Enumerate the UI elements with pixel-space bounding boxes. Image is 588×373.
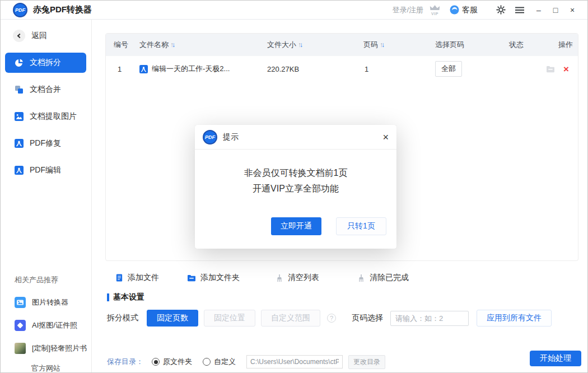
titlebar: PDF 赤兔PDF转换器 登录/注册 VIP 客服 <box>1 1 587 20</box>
vip-label: VIP <box>431 12 438 16</box>
section-marker <box>107 293 109 301</box>
add-file-button[interactable]: 添加文件 <box>115 273 159 283</box>
save-directory-label: 保存目录： <box>107 357 143 367</box>
radio-custom-folder[interactable]: 自定义 <box>203 357 236 367</box>
vip-prompt-dialog: PDF 提示 × 非会员仅可转换文档前1页 开通VIP立享全部功能 立即开通 只… <box>195 125 396 249</box>
sidebar-item-pdf-edit[interactable]: PDF编辑 <box>5 160 86 180</box>
sort-icon[interactable]: ↑↓ <box>380 41 385 48</box>
save-path-input[interactable] <box>246 355 343 369</box>
radio-unchecked-icon <box>203 358 211 366</box>
dialog-message-line2: 开通VIP立享全部功能 <box>195 181 396 197</box>
column-header-actions: 操作 <box>558 40 578 50</box>
clear-list-label: 清空列表 <box>288 273 319 283</box>
start-processing-button[interactable]: 开始处理 <box>530 351 581 366</box>
vip-button[interactable]: VIP <box>429 4 441 16</box>
filename-text: 编辑一天的工作-天极2... <box>152 64 230 74</box>
pdf-file-icon <box>139 65 148 73</box>
column-header-filename[interactable]: 文件名称 ↑↓ <box>139 40 267 50</box>
clear-list-button[interactable]: 清空列表 <box>276 273 319 283</box>
row-pages: 1 <box>363 65 435 73</box>
page-number-input[interactable] <box>390 311 469 326</box>
radio-original-label: 原文件夹 <box>163 357 192 367</box>
page-select-label: 页码选择 <box>352 313 383 323</box>
basic-settings-label: 基本设置 <box>113 292 144 302</box>
apply-to-all-button[interactable]: 应用到所有文件 <box>477 310 552 327</box>
column-header-pages[interactable]: 页码 ↑↓ <box>363 40 435 50</box>
ai-matting-icon <box>15 320 26 331</box>
add-folder-label: 添加文件夹 <box>200 273 240 283</box>
close-window-button[interactable]: × <box>564 2 581 18</box>
row-index: 1 <box>114 65 139 73</box>
add-file-label: 添加文件 <box>128 273 159 283</box>
dialog-header: PDF 提示 × <box>195 125 396 150</box>
help-icon[interactable]: ? <box>327 314 336 323</box>
sidebar-item-extract-images[interactable]: 文档提取图片 <box>5 106 86 127</box>
dialog-title: 提示 <box>223 132 239 142</box>
gear-icon <box>496 5 506 15</box>
sort-icon[interactable]: ↑↓ <box>170 41 175 48</box>
back-label: 返回 <box>31 31 47 41</box>
login-register-link[interactable]: 登录/注册 <box>392 5 423 15</box>
pdf-file-icon <box>15 166 24 175</box>
sidebar-item-label: 文档合并 <box>30 85 61 95</box>
sidebar: 返回 文档拆分 文档合并 <box>1 20 92 372</box>
sidebar-item-label: PDF编辑 <box>30 165 61 175</box>
back-arrow-icon <box>13 30 25 42</box>
table-header-row: 编号 文件名称 ↑↓ 文件大小 ↑↓ 页码 ↑↓ 选择页码 状态 操作 <box>106 34 578 56</box>
product-photo-book[interactable]: [定制]轻奢照片书 <box>15 343 91 354</box>
split-mode-row: 拆分模式 固定页数 固定位置 自定义范围 ? 页码选择 应用到所有文件 <box>107 310 552 327</box>
back-button[interactable]: 返回 <box>13 30 91 42</box>
product-label: [定制]轻奢照片书 <box>32 343 87 353</box>
basic-settings-header: 基本设置 <box>107 292 144 302</box>
add-folder-button[interactable]: 添加文件夹 <box>187 273 240 283</box>
mode-fixed-pages-button[interactable]: 固定页数 <box>147 310 198 327</box>
crown-icon <box>429 4 441 11</box>
mode-custom-range-button[interactable]: 自定义范围 <box>261 310 320 327</box>
dialog-message-line1: 非会员仅可转换文档前1页 <box>195 165 396 181</box>
mode-fixed-position-button[interactable]: 固定位置 <box>204 310 255 327</box>
radio-original-folder[interactable]: 原文件夹 <box>152 357 192 367</box>
app-window: PDF 赤兔PDF转换器 登录/注册 VIP 客服 <box>0 0 588 373</box>
table-row: 1 编辑一天的工作-天极2... 220.27KB 1 全部 <box>106 56 578 82</box>
main-menu-button[interactable] <box>511 2 528 18</box>
product-image-converter[interactable]: 图片转换器 <box>15 297 91 308</box>
sidebar-item-pdf-repair[interactable]: PDF修复 <box>5 133 86 153</box>
customer-service-label: 客服 <box>462 5 478 15</box>
sort-icon[interactable]: ↑↓ <box>298 41 303 48</box>
settings-gear-button[interactable] <box>492 2 509 18</box>
sidebar-nav: 文档拆分 文档合并 文档提取图片 <box>1 53 91 180</box>
change-directory-button[interactable]: 更改目录 <box>348 355 385 369</box>
broom-icon <box>276 274 283 282</box>
delete-file-icon[interactable]: × <box>563 64 569 74</box>
customer-service-button[interactable]: 客服 <box>450 5 478 15</box>
official-site-link[interactable]: 官方网站 <box>1 363 91 373</box>
open-folder-icon[interactable] <box>546 66 555 73</box>
dialog-buttons: 立即开通 只转1页 <box>271 217 386 235</box>
sidebar-item-doc-merge[interactable]: 文档合并 <box>5 80 86 100</box>
page-range-select[interactable]: 全部 <box>435 61 462 77</box>
clear-finished-label: 清除已完成 <box>370 273 409 283</box>
hamburger-menu-icon <box>515 7 524 13</box>
clear-finished-button[interactable]: 清除已完成 <box>357 273 409 283</box>
photo-book-icon <box>15 343 26 354</box>
dialog-message: 非会员仅可转换文档前1页 开通VIP立享全部功能 <box>195 165 396 197</box>
column-header-index: 编号 <box>114 40 139 50</box>
radio-custom-label: 自定义 <box>214 357 236 367</box>
row-filename: 编辑一天的工作-天极2... <box>139 64 267 74</box>
dialog-close-icon[interactable]: × <box>382 132 389 142</box>
avatar-icon <box>450 5 459 15</box>
convert-one-page-button[interactable]: 只转1页 <box>336 217 386 235</box>
sidebar-item-label: 文档拆分 <box>30 58 61 68</box>
product-ai-matting[interactable]: AI抠图/证件照 <box>15 320 91 331</box>
sidebar-item-label: 文档提取图片 <box>30 111 77 122</box>
pie-chart-icon <box>15 58 24 67</box>
column-header-filesize[interactable]: 文件大小 ↑↓ <box>267 40 363 50</box>
image-converter-icon <box>15 297 26 308</box>
image-icon <box>15 112 24 121</box>
save-directory-row: 保存目录： 原文件夹 自定义 更改目录 <box>107 355 385 369</box>
maximize-button[interactable]: □ <box>547 2 564 18</box>
sidebar-item-doc-split[interactable]: 文档拆分 <box>5 53 86 73</box>
minimize-button[interactable]: – <box>530 2 547 18</box>
open-vip-button[interactable]: 立即开通 <box>271 217 321 235</box>
related-products: 相关产品推荐 图片转换器 AI抠图/证件照 [定制]轻奢照片 <box>1 275 91 373</box>
